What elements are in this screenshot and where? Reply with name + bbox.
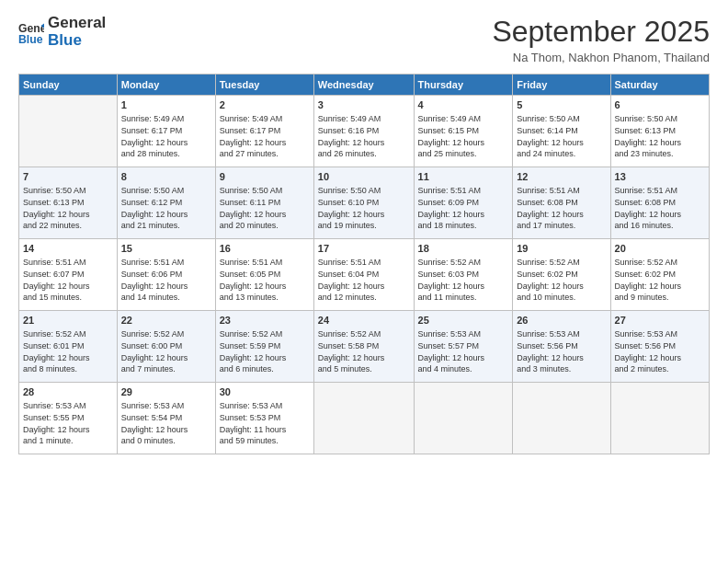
- day-info: and 28 minutes.: [121, 148, 211, 160]
- day-info: and 15 minutes.: [23, 292, 113, 304]
- day-number: 13: [615, 170, 705, 184]
- day-number: 4: [418, 98, 509, 112]
- calendar-cell: 26Sunrise: 5:53 AMSunset: 5:56 PMDayligh…: [513, 311, 610, 383]
- day-info: Daylight: 12 hours: [121, 352, 211, 364]
- day-info: Daylight: 12 hours: [318, 352, 410, 364]
- day-number: 3: [318, 98, 410, 112]
- day-info: and 23 minutes.: [615, 148, 705, 160]
- day-info: Sunrise: 5:53 AM: [418, 328, 509, 340]
- calendar-cell: 28Sunrise: 5:53 AMSunset: 5:55 PMDayligh…: [19, 383, 118, 454]
- day-info: Sunset: 6:17 PM: [220, 125, 310, 137]
- day-info: Sunset: 6:01 PM: [23, 340, 113, 352]
- day-info: Daylight: 12 hours: [220, 137, 310, 149]
- location: Na Thom, Nakhon Phanom, Thailand: [492, 51, 710, 64]
- day-info: Daylight: 12 hours: [121, 137, 211, 149]
- title-block: September 2025 Na Thom, Nakhon Phanom, T…: [492, 15, 710, 64]
- header: General Blue General Blue September 2025…: [18, 15, 710, 64]
- col-monday: Monday: [117, 75, 215, 96]
- day-info: Sunset: 6:02 PM: [615, 269, 705, 281]
- day-info: Sunrise: 5:50 AM: [121, 185, 211, 197]
- day-info: Sunrise: 5:52 AM: [23, 328, 113, 340]
- day-info: Sunset: 6:13 PM: [615, 125, 705, 137]
- day-number: 16: [220, 242, 310, 256]
- day-info: Sunrise: 5:51 AM: [517, 185, 606, 197]
- calendar-cell: 1Sunrise: 5:49 AMSunset: 6:17 PMDaylight…: [117, 96, 215, 167]
- day-number: 30: [220, 385, 310, 399]
- month-title: September 2025: [492, 15, 710, 49]
- day-info: Sunset: 6:10 PM: [318, 197, 410, 209]
- calendar-cell: 8Sunrise: 5:50 AMSunset: 6:12 PMDaylight…: [117, 167, 215, 239]
- day-info: Sunrise: 5:51 AM: [23, 257, 113, 269]
- day-number: 24: [318, 314, 410, 327]
- col-saturday: Saturday: [610, 75, 709, 96]
- day-info: and 0 minutes.: [121, 435, 211, 447]
- svg-text:Blue: Blue: [18, 33, 43, 45]
- day-info: Sunrise: 5:51 AM: [418, 185, 509, 197]
- calendar-cell: 24Sunrise: 5:52 AMSunset: 5:58 PMDayligh…: [313, 311, 414, 383]
- calendar-cell: 5Sunrise: 5:50 AMSunset: 6:14 PMDaylight…: [513, 96, 610, 167]
- day-info: Sunrise: 5:51 AM: [220, 257, 310, 269]
- calendar-table: Sunday Monday Tuesday Wednesday Thursday…: [18, 74, 710, 454]
- day-number: 21: [23, 314, 113, 327]
- day-number: 10: [318, 170, 410, 184]
- day-info: Daylight: 12 hours: [517, 281, 606, 293]
- calendar-week-0: 1Sunrise: 5:49 AMSunset: 6:17 PMDaylight…: [19, 96, 710, 167]
- day-number: 12: [517, 170, 606, 184]
- calendar-cell: [19, 96, 118, 167]
- day-info: Sunset: 6:03 PM: [418, 269, 509, 281]
- day-info: Sunrise: 5:52 AM: [121, 328, 211, 340]
- logo-line2: Blue: [48, 32, 106, 50]
- day-info: and 2 minutes.: [615, 363, 705, 375]
- day-info: Sunrise: 5:53 AM: [121, 400, 211, 412]
- day-number: 27: [615, 314, 705, 327]
- day-number: 5: [517, 98, 606, 112]
- day-info: and 16 minutes.: [615, 220, 705, 232]
- day-info: Daylight: 12 hours: [220, 352, 310, 364]
- logo-icon: General Blue: [18, 19, 44, 45]
- calendar-cell: [610, 383, 709, 454]
- day-info: Sunset: 5:57 PM: [418, 340, 509, 352]
- day-number: 11: [418, 170, 509, 184]
- day-info: Sunset: 6:15 PM: [418, 125, 509, 137]
- day-number: 15: [121, 242, 211, 256]
- day-info: Daylight: 12 hours: [318, 137, 410, 149]
- calendar-cell: 3Sunrise: 5:49 AMSunset: 6:16 PMDaylight…: [313, 96, 414, 167]
- day-info: Sunrise: 5:49 AM: [318, 113, 410, 125]
- day-info: Sunrise: 5:53 AM: [220, 400, 310, 412]
- day-number: 20: [615, 242, 705, 256]
- day-info: Sunset: 6:02 PM: [517, 269, 606, 281]
- calendar-cell: [513, 383, 610, 454]
- calendar-cell: 4Sunrise: 5:49 AMSunset: 6:15 PMDaylight…: [414, 96, 513, 167]
- calendar-cell: 19Sunrise: 5:52 AMSunset: 6:02 PMDayligh…: [513, 239, 610, 311]
- day-number: 8: [121, 170, 211, 184]
- day-number: 1: [121, 98, 211, 112]
- day-info: and 17 minutes.: [517, 220, 606, 232]
- calendar-cell: 11Sunrise: 5:51 AMSunset: 6:09 PMDayligh…: [414, 167, 513, 239]
- calendar-cell: 16Sunrise: 5:51 AMSunset: 6:05 PMDayligh…: [215, 239, 313, 311]
- calendar-cell: 30Sunrise: 5:53 AMSunset: 5:53 PMDayligh…: [215, 383, 313, 454]
- calendar-cell: [414, 383, 513, 454]
- day-info: Sunset: 6:06 PM: [121, 269, 211, 281]
- day-number: 29: [121, 385, 211, 399]
- calendar-week-4: 28Sunrise: 5:53 AMSunset: 5:55 PMDayligh…: [19, 383, 710, 454]
- day-info: Sunrise: 5:50 AM: [615, 113, 705, 125]
- day-number: 6: [615, 98, 705, 112]
- day-info: and 27 minutes.: [220, 148, 310, 160]
- day-info: and 18 minutes.: [418, 220, 509, 232]
- day-info: Sunrise: 5:52 AM: [517, 257, 606, 269]
- day-number: 2: [220, 98, 310, 112]
- calendar-cell: [313, 383, 414, 454]
- day-info: Daylight: 12 hours: [418, 281, 509, 293]
- day-info: Sunset: 5:55 PM: [23, 412, 113, 424]
- day-info: Daylight: 12 hours: [517, 352, 606, 364]
- day-info: Daylight: 12 hours: [418, 209, 509, 221]
- day-info: Sunrise: 5:50 AM: [517, 113, 606, 125]
- day-info: Sunrise: 5:53 AM: [517, 328, 606, 340]
- day-info: Sunrise: 5:51 AM: [318, 257, 410, 269]
- day-info: Sunset: 6:16 PM: [318, 125, 410, 137]
- day-info: Daylight: 12 hours: [418, 352, 509, 364]
- day-info: and 20 minutes.: [220, 220, 310, 232]
- day-info: Sunset: 6:14 PM: [517, 125, 606, 137]
- day-info: Daylight: 12 hours: [121, 209, 211, 221]
- day-info: Sunset: 6:12 PM: [121, 197, 211, 209]
